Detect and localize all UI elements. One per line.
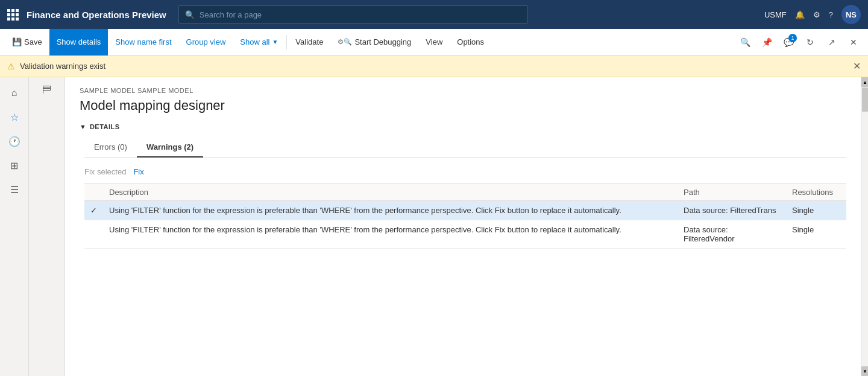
sidebar-home-icon[interactable]: ⌂	[4, 82, 25, 104]
col-resolutions[interactable]: Resolutions	[786, 184, 846, 201]
show-name-first-button[interactable]: Show name first	[108, 29, 178, 56]
fix-button[interactable]: Fix	[133, 167, 143, 176]
help-icon[interactable]: ?	[829, 10, 833, 19]
search-icon: 🔍	[185, 10, 195, 19]
grid-menu-icon[interactable]	[7, 9, 19, 21]
commandbar: 💾 Save Show details Show name first Grou…	[0, 29, 868, 56]
bell-icon[interactable]: 🔔	[795, 10, 805, 19]
warning-icon: ⚠	[7, 62, 15, 71]
warning-close-button[interactable]: ✕	[853, 60, 861, 72]
sidebar-recent-icon[interactable]: 🕐	[4, 130, 25, 152]
settings-icon[interactable]: ⚙	[813, 10, 820, 19]
topbar: Finance and Operations Preview 🔍 USMF 🔔 …	[0, 0, 868, 29]
right-scrollbar[interactable]: ▲ ▼	[861, 77, 868, 376]
main-content: SAMPLE MODEL SAMPLE MODEL Model mapping …	[65, 77, 861, 376]
scroll-thumb[interactable]	[862, 88, 868, 112]
sidebar-favorites-icon[interactable]: ☆	[4, 106, 25, 128]
section-header[interactable]: ▼ DETAILS	[80, 123, 846, 130]
options-button[interactable]: Options	[450, 29, 491, 56]
table-row[interactable]: Using 'FILTER' function for the expressi…	[84, 220, 846, 249]
user-label: USMF	[764, 10, 787, 19]
sidebar-list-icon[interactable]: ☰	[4, 179, 25, 200]
col-path[interactable]: Path	[678, 184, 786, 201]
tab-warnings[interactable]: Warnings (2)	[137, 138, 203, 158]
show-all-label: Show all	[240, 37, 269, 46]
show-details-label: Show details	[57, 37, 101, 46]
open-new-icon[interactable]: ↗	[822, 33, 841, 52]
scroll-space	[861, 112, 868, 366]
actions-row: Fix selected Fix	[84, 167, 846, 176]
group-view-label: Group view	[186, 37, 226, 46]
sidebar-workspaces-icon[interactable]: ⊞	[4, 155, 25, 176]
search-input[interactable]	[200, 10, 521, 19]
commandbar-right: 🔍 📌 💬 1 ↻ ↗ ✕	[735, 33, 863, 52]
row-description-2: Using 'FILTER' function for the expressi…	[103, 220, 678, 249]
validate-label: Validate	[295, 37, 323, 46]
sidebar: ⌂ ☆ 🕐 ⊞ ☰	[0, 77, 29, 376]
filter-panel: ⛿	[29, 77, 65, 376]
view-button[interactable]: View	[418, 29, 450, 56]
save-label: Save	[24, 37, 42, 46]
start-debugging-button[interactable]: ⚙🔍 Start Debugging	[330, 29, 418, 56]
row-path-2: Data source: FilteredVendor	[678, 220, 786, 249]
topbar-right: USMF 🔔 ⚙ ? NS	[764, 5, 861, 24]
page-title: Model mapping designer	[80, 98, 846, 113]
search-box[interactable]: 🔍	[178, 5, 528, 24]
close-icon[interactable]: ✕	[844, 33, 863, 52]
refresh-icon[interactable]: ↻	[800, 33, 820, 52]
search-cmd-icon[interactable]: 🔍	[735, 33, 755, 52]
warning-bar: ⚠ Validation warnings exist ✕	[0, 56, 868, 77]
warning-text: Validation warnings exist	[20, 62, 105, 71]
fix-selected-button[interactable]: Fix selected	[84, 167, 126, 176]
warnings-table: Description Path Resolutions ✓ Using 'FI…	[84, 183, 846, 249]
col-description[interactable]: Description	[103, 184, 678, 201]
section-collapse-icon: ▼	[80, 123, 86, 130]
row-resolutions-2: Single	[786, 220, 846, 249]
save-icon: 💾	[12, 37, 22, 46]
app-title: Finance and Operations Preview	[27, 10, 166, 20]
col-check	[84, 184, 103, 201]
avatar[interactable]: NS	[841, 5, 861, 24]
validate-button[interactable]: Validate	[288, 29, 330, 56]
show-all-button[interactable]: Show all ▼	[233, 29, 285, 56]
tab-errors[interactable]: Errors (0)	[84, 138, 137, 158]
table-row[interactable]: ✓ Using 'FILTER' function for the expres…	[84, 201, 846, 220]
start-debugging-label: Start Debugging	[354, 37, 411, 46]
row-path-1: Data source: FilteredTrans	[678, 201, 786, 220]
table-header-row: Description Path Resolutions	[84, 184, 846, 201]
row-description-1: Using 'FILTER' function for the expressi…	[103, 201, 678, 220]
show-all-dropdown-icon: ▼	[272, 39, 278, 45]
show-name-first-label: Show name first	[115, 37, 171, 46]
options-label: Options	[457, 37, 484, 46]
row-resolutions-1: Single	[786, 201, 846, 220]
show-details-button[interactable]: Show details	[49, 29, 108, 56]
scroll-up-button[interactable]: ▲	[861, 77, 868, 87]
row-check-1[interactable]: ✓	[84, 201, 103, 220]
badge-count: 1	[788, 34, 797, 42]
check-mark-icon: ✓	[90, 206, 97, 215]
layout: ⌂ ☆ 🕐 ⊞ ☰ ⛿ SAMPLE MODEL SAMPLE MODEL Mo…	[0, 77, 868, 376]
messages-icon[interactable]: 💬 1	[779, 33, 798, 52]
save-button[interactable]: 💾 Save	[5, 29, 49, 56]
filter-icon[interactable]: ⛿	[42, 84, 52, 95]
tabs: Errors (0) Warnings (2)	[84, 138, 846, 158]
separator-1	[286, 35, 287, 49]
view-label: View	[426, 37, 442, 46]
pinned-icon[interactable]: 📌	[757, 33, 776, 52]
breadcrumb: SAMPLE MODEL SAMPLE MODEL	[80, 87, 846, 94]
debug-icon: ⚙🔍	[338, 38, 352, 46]
scroll-down-button[interactable]: ▼	[861, 366, 868, 376]
row-check-2[interactable]	[84, 220, 103, 249]
section-title: DETAILS	[90, 123, 120, 130]
group-view-button[interactable]: Group view	[179, 29, 233, 56]
